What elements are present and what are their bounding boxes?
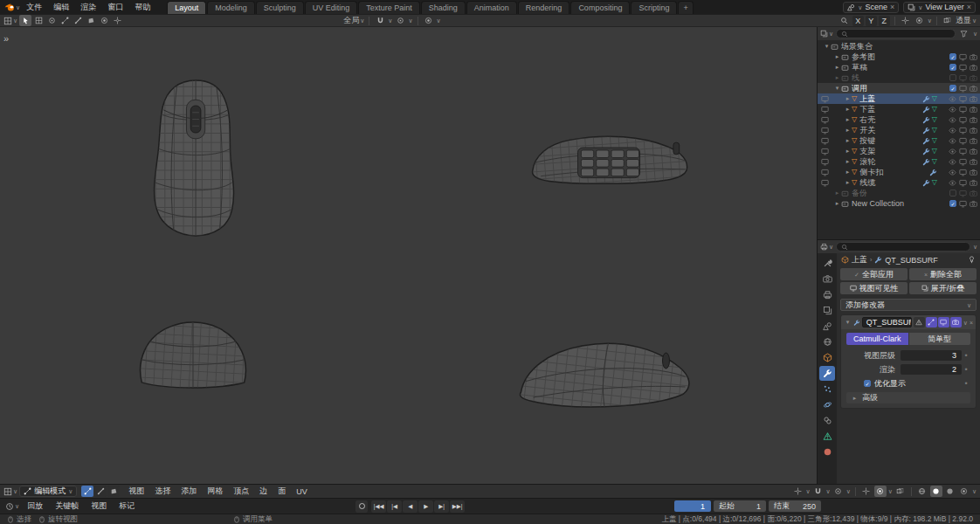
- collection-exclude-checkbox[interactable]: [949, 190, 956, 196]
- hide-eye-icon[interactable]: [949, 127, 956, 134]
- workspace-tab-modeling[interactable]: Modeling: [207, 1, 255, 14]
- disable-render-icon[interactable]: [970, 148, 977, 155]
- proportional-edit-icon[interactable]: [832, 486, 845, 497]
- disable-viewport-icon[interactable]: [959, 179, 967, 187]
- outliner-collection-row[interactable]: ▸ 草稿 ✓: [818, 62, 980, 72]
- overlays-chevron[interactable]: ∨: [888, 488, 893, 494]
- hide-eye-icon[interactable]: [949, 116, 956, 124]
- render-levels-field[interactable]: 2: [901, 364, 962, 375]
- edge-select-mode-icon[interactable]: [94, 486, 107, 497]
- disable-viewport-icon[interactable]: [959, 53, 967, 61]
- edge-select-icon[interactable]: [72, 15, 84, 26]
- menu-help[interactable]: 帮助: [129, 1, 155, 14]
- timeline-editor-type-button[interactable]: ∨: [5, 500, 19, 512]
- outliner-collection-row[interactable]: ▸ New Collection ✓: [818, 198, 980, 209]
- shading-solid-icon[interactable]: [930, 486, 942, 497]
- disable-viewport-icon[interactable]: [959, 148, 967, 155]
- disable-render-icon[interactable]: [970, 53, 977, 61]
- properties-options-chevron[interactable]: ∨: [973, 244, 977, 250]
- show-overlays-icon[interactable]: [914, 15, 926, 26]
- edit-mode-toggle-icon[interactable]: [926, 317, 937, 328]
- jump-to-end-button[interactable]: ▶▶|: [450, 500, 465, 513]
- add-workspace-button[interactable]: +: [678, 1, 693, 14]
- disable-render-icon[interactable]: [970, 169, 977, 176]
- properties-tab-scene[interactable]: [819, 319, 835, 334]
- mode-dropdown[interactable]: 编辑模式 ∨: [19, 486, 77, 497]
- auto-keyframe-button[interactable]: [355, 500, 368, 513]
- outliner-active-collection-row[interactable]: ▾ 调用 ✓: [818, 83, 980, 93]
- shading-rendered-icon[interactable]: [958, 486, 970, 497]
- menu-view[interactable]: 视图: [124, 486, 148, 497]
- menu-edge[interactable]: 边: [255, 486, 272, 497]
- modifier-name-field[interactable]: QT_SUBSURF: [862, 317, 912, 328]
- disable-viewport-icon[interactable]: [959, 106, 967, 114]
- xray-icon[interactable]: [894, 486, 907, 497]
- outliner-object-row[interactable]: ▸ ▽ 右壳 ▽: [818, 114, 980, 125]
- outliner-object-row[interactable]: ▸ ▽ 开关 ▽: [818, 125, 980, 135]
- disable-render-icon[interactable]: [970, 74, 977, 82]
- show-gizmo-icon[interactable]: [900, 15, 912, 26]
- properties-tab-render[interactable]: [819, 272, 835, 286]
- outliner-editor-type-button[interactable]: ∨: [820, 28, 833, 39]
- vertex-select-mode-icon[interactable]: [81, 486, 93, 497]
- viewport-visibility-button[interactable]: 视图可见性: [840, 282, 908, 294]
- properties-editor-type-button[interactable]: ∨: [820, 241, 833, 252]
- menu-keying[interactable]: 关键帧: [51, 500, 83, 512]
- properties-search-input[interactable]: [836, 242, 970, 252]
- outliner-object-row[interactable]: ▸ ▽ 上盖 ▽: [818, 93, 980, 104]
- outliner-scene-collection-row[interactable]: ▾ 场景集合: [818, 41, 980, 52]
- xray-icon[interactable]: [942, 15, 954, 26]
- proportional-options-chevron[interactable]: ∨: [408, 17, 412, 24]
- gizmo-toggle-icon[interactable]: [111, 15, 123, 26]
- overlay-options-chevron[interactable]: ∨: [437, 17, 441, 24]
- vertex-select-icon[interactable]: [59, 15, 71, 26]
- decorator-dot[interactable]: •: [962, 365, 970, 374]
- mirror-x-toggle[interactable]: X: [852, 16, 864, 26]
- properties-tab-output[interactable]: [819, 287, 835, 302]
- catmull-clark-button[interactable]: Catmull-Clark: [846, 333, 908, 345]
- disable-viewport-icon[interactable]: [959, 64, 967, 72]
- menu-render[interactable]: 渲染: [75, 1, 101, 14]
- face-select-icon[interactable]: [85, 15, 97, 26]
- disable-viewport-icon[interactable]: [959, 127, 967, 134]
- outliner-object-row[interactable]: ▸ ▽ 线缆 ▽: [818, 177, 980, 188]
- menu-face[interactable]: 面: [273, 486, 290, 497]
- workspace-tab-scripting[interactable]: Scripting: [631, 1, 677, 14]
- face-select-mode-icon[interactable]: [107, 486, 120, 497]
- outliner-object-row[interactable]: ▸ ▽ 支架 ▽: [818, 146, 980, 156]
- xray-toggle-button[interactable]: 透显∨: [956, 15, 977, 26]
- properties-tab-modifiers[interactable]: [819, 366, 835, 381]
- disable-render-icon[interactable]: [970, 85, 977, 93]
- workspace-tab-animation[interactable]: Animation: [466, 1, 517, 14]
- scene-unlink-icon[interactable]: ×: [890, 3, 894, 11]
- menu-vertex[interactable]: 顶点: [229, 486, 253, 497]
- outliner-object-row[interactable]: ▸ ▽ 侧卡扣: [818, 167, 980, 177]
- menu-select[interactable]: 选择: [150, 486, 175, 497]
- snap-magnet-icon[interactable]: [812, 486, 825, 497]
- menu-add[interactable]: 添加: [176, 486, 201, 497]
- disable-viewport-icon[interactable]: [959, 85, 967, 93]
- breadcrumb-modifier[interactable]: QT_SUBSURF: [885, 256, 938, 265]
- shading-material-icon[interactable]: [944, 486, 956, 497]
- collection-exclude-checkbox[interactable]: ✓: [949, 85, 956, 92]
- workspace-tab-compositing[interactable]: Compositing: [570, 1, 630, 14]
- modifier-delete-icon[interactable]: ×: [970, 320, 973, 326]
- modifier-extras-chevron[interactable]: ∨: [963, 320, 968, 326]
- select-circle-icon[interactable]: [45, 15, 58, 26]
- view-layer-browse-chevron[interactable]: ∨: [918, 4, 922, 10]
- frame-start-field[interactable]: 起始1: [714, 500, 766, 512]
- snap-chevron[interactable]: ∨: [826, 488, 831, 494]
- collection-exclude-checkbox[interactable]: [949, 74, 956, 81]
- properties-tab-constraints[interactable]: [819, 413, 835, 428]
- scene-browse-chevron[interactable]: ∨: [858, 4, 862, 10]
- menu-edit[interactable]: 编辑: [48, 1, 74, 14]
- outliner-object-row[interactable]: ▸ ▽ 按键 ▽: [818, 135, 980, 146]
- collection-exclude-checkbox[interactable]: ✓: [949, 64, 956, 71]
- on-cage-toggle-icon[interactable]: [914, 317, 925, 328]
- properties-tab-tool[interactable]: [819, 256, 835, 271]
- outliner-collection-row[interactable]: ▸ 参考图 ✓: [818, 52, 980, 62]
- menu-timeline-view[interactable]: 视图: [86, 500, 111, 512]
- viewport-3d[interactable]: »: [0, 27, 818, 484]
- shading-wireframe-icon[interactable]: [916, 486, 928, 497]
- menu-window[interactable]: 窗口: [102, 1, 128, 14]
